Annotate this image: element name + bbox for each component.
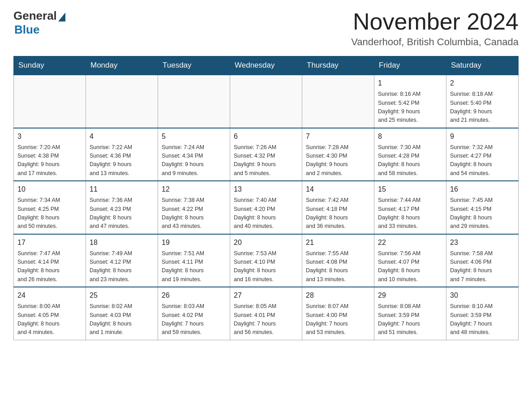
logo-arrow-icon <box>58 13 65 21</box>
day-number: 13 <box>234 184 298 195</box>
calendar-cell: 5Sunrise: 7:24 AMSunset: 4:34 PMDaylight… <box>158 128 230 181</box>
day-info: Sunrise: 8:03 AMSunset: 4:02 PMDaylight:… <box>162 302 226 337</box>
day-info: Sunrise: 7:51 AMSunset: 4:11 PMDaylight:… <box>162 249 226 284</box>
calendar-cell: 19Sunrise: 7:51 AMSunset: 4:11 PMDayligh… <box>158 234 230 287</box>
day-number: 22 <box>378 237 442 248</box>
calendar-cell: 7Sunrise: 7:28 AMSunset: 4:30 PMDaylight… <box>302 128 374 181</box>
calendar-week-3: 10Sunrise: 7:34 AMSunset: 4:25 PMDayligh… <box>14 181 519 234</box>
day-number: 15 <box>378 184 442 195</box>
weekday-header-row: SundayMondayTuesdayWednesdayThursdayFrid… <box>14 56 519 75</box>
weekday-header-thursday: Thursday <box>302 56 374 75</box>
calendar-cell: 13Sunrise: 7:40 AMSunset: 4:20 PMDayligh… <box>230 181 302 234</box>
day-number: 9 <box>450 131 515 142</box>
day-info: Sunrise: 7:56 AMSunset: 4:07 PMDaylight:… <box>378 249 442 284</box>
calendar-cell: 27Sunrise: 8:05 AMSunset: 4:01 PMDayligh… <box>230 287 302 340</box>
weekday-header-saturday: Saturday <box>446 56 519 75</box>
weekday-header-wednesday: Wednesday <box>230 56 302 75</box>
calendar-week-5: 24Sunrise: 8:00 AMSunset: 4:05 PMDayligh… <box>14 287 519 340</box>
day-number: 25 <box>90 290 154 301</box>
calendar-cell <box>230 75 302 128</box>
day-number: 2 <box>450 78 515 89</box>
day-info: Sunrise: 7:40 AMSunset: 4:20 PMDaylight:… <box>234 196 298 231</box>
day-info: Sunrise: 8:07 AMSunset: 4:00 PMDaylight:… <box>306 302 370 337</box>
calendar-cell: 26Sunrise: 8:03 AMSunset: 4:02 PMDayligh… <box>158 287 230 340</box>
calendar-cell <box>158 75 230 128</box>
day-number: 7 <box>306 131 370 142</box>
day-number: 26 <box>162 290 226 301</box>
day-info: Sunrise: 8:02 AMSunset: 4:03 PMDaylight:… <box>90 302 154 337</box>
day-info: Sunrise: 7:26 AMSunset: 4:32 PMDaylight:… <box>234 143 298 178</box>
calendar-cell: 1Sunrise: 8:16 AMSunset: 5:42 PMDaylight… <box>374 75 446 128</box>
page-title: November 2024 <box>351 9 519 34</box>
day-info: Sunrise: 7:32 AMSunset: 4:27 PMDaylight:… <box>450 143 515 178</box>
calendar-cell: 6Sunrise: 7:26 AMSunset: 4:32 PMDaylight… <box>230 128 302 181</box>
day-info: Sunrise: 7:36 AMSunset: 4:23 PMDaylight:… <box>90 196 154 231</box>
day-number: 10 <box>17 184 82 195</box>
calendar-cell: 15Sunrise: 7:44 AMSunset: 4:17 PMDayligh… <box>374 181 446 234</box>
day-info: Sunrise: 8:08 AMSunset: 3:59 PMDaylight:… <box>378 302 442 337</box>
day-info: Sunrise: 7:34 AMSunset: 4:25 PMDaylight:… <box>17 196 82 231</box>
day-info: Sunrise: 7:38 AMSunset: 4:22 PMDaylight:… <box>162 196 226 231</box>
page-header: General Blue November 2024 Vanderhoof, B… <box>13 9 519 48</box>
calendar-cell <box>86 75 158 128</box>
calendar-cell: 16Sunrise: 7:45 AMSunset: 4:15 PMDayligh… <box>446 181 519 234</box>
title-block: November 2024 Vanderhoof, British Columb… <box>351 9 519 48</box>
page-subtitle: Vanderhoof, British Columbia, Canada <box>351 36 519 48</box>
day-info: Sunrise: 7:22 AMSunset: 4:36 PMDaylight:… <box>90 143 154 178</box>
day-info: Sunrise: 7:28 AMSunset: 4:30 PMDaylight:… <box>306 143 370 178</box>
day-info: Sunrise: 8:10 AMSunset: 3:59 PMDaylight:… <box>450 302 515 337</box>
day-number: 1 <box>378 78 442 89</box>
weekday-header-tuesday: Tuesday <box>158 56 230 75</box>
day-number: 29 <box>378 290 442 301</box>
calendar-cell: 29Sunrise: 8:08 AMSunset: 3:59 PMDayligh… <box>374 287 446 340</box>
day-number: 27 <box>234 290 298 301</box>
calendar-cell: 4Sunrise: 7:22 AMSunset: 4:36 PMDaylight… <box>86 128 158 181</box>
day-number: 20 <box>234 237 298 248</box>
day-info: Sunrise: 7:58 AMSunset: 4:06 PMDaylight:… <box>450 249 515 284</box>
day-info: Sunrise: 8:05 AMSunset: 4:01 PMDaylight:… <box>234 302 298 337</box>
day-number: 14 <box>306 184 370 195</box>
day-number: 5 <box>162 131 226 142</box>
calendar-week-1: 1Sunrise: 8:16 AMSunset: 5:42 PMDaylight… <box>14 75 519 128</box>
day-number: 3 <box>17 131 82 142</box>
calendar-cell: 30Sunrise: 8:10 AMSunset: 3:59 PMDayligh… <box>446 287 519 340</box>
day-number: 6 <box>234 131 298 142</box>
calendar-week-4: 17Sunrise: 7:47 AMSunset: 4:14 PMDayligh… <box>14 234 519 287</box>
day-number: 30 <box>450 290 515 301</box>
day-info: Sunrise: 8:18 AMSunset: 5:40 PMDaylight:… <box>450 90 515 125</box>
day-number: 18 <box>90 237 154 248</box>
calendar-cell: 18Sunrise: 7:49 AMSunset: 4:12 PMDayligh… <box>86 234 158 287</box>
calendar-cell: 11Sunrise: 7:36 AMSunset: 4:23 PMDayligh… <box>86 181 158 234</box>
day-number: 19 <box>162 237 226 248</box>
day-number: 21 <box>306 237 370 248</box>
calendar-cell: 3Sunrise: 7:20 AMSunset: 4:38 PMDaylight… <box>14 128 86 181</box>
calendar-cell: 21Sunrise: 7:55 AMSunset: 4:08 PMDayligh… <box>302 234 374 287</box>
calendar-cell: 8Sunrise: 7:30 AMSunset: 4:28 PMDaylight… <box>374 128 446 181</box>
day-number: 8 <box>378 131 442 142</box>
day-info: Sunrise: 7:42 AMSunset: 4:18 PMDaylight:… <box>306 196 370 231</box>
calendar-week-2: 3Sunrise: 7:20 AMSunset: 4:38 PMDaylight… <box>14 128 519 181</box>
weekday-header-sunday: Sunday <box>14 56 86 75</box>
day-info: Sunrise: 7:45 AMSunset: 4:15 PMDaylight:… <box>450 196 515 231</box>
logo-general-text: General <box>13 9 57 23</box>
day-number: 24 <box>17 290 82 301</box>
day-info: Sunrise: 7:49 AMSunset: 4:12 PMDaylight:… <box>90 249 154 284</box>
calendar-cell: 20Sunrise: 7:53 AMSunset: 4:10 PMDayligh… <box>230 234 302 287</box>
day-info: Sunrise: 7:20 AMSunset: 4:38 PMDaylight:… <box>17 143 82 178</box>
logo-blue-text: Blue <box>14 23 39 37</box>
day-number: 4 <box>90 131 154 142</box>
day-number: 11 <box>90 184 154 195</box>
calendar-cell: 10Sunrise: 7:34 AMSunset: 4:25 PMDayligh… <box>14 181 86 234</box>
day-number: 28 <box>306 290 370 301</box>
calendar-cell: 2Sunrise: 8:18 AMSunset: 5:40 PMDaylight… <box>446 75 519 128</box>
day-info: Sunrise: 7:24 AMSunset: 4:34 PMDaylight:… <box>162 143 226 178</box>
calendar-cell <box>302 75 374 128</box>
calendar-body: 1Sunrise: 8:16 AMSunset: 5:42 PMDaylight… <box>14 75 519 340</box>
day-number: 23 <box>450 237 515 248</box>
day-info: Sunrise: 8:16 AMSunset: 5:42 PMDaylight:… <box>378 90 442 125</box>
calendar-cell: 12Sunrise: 7:38 AMSunset: 4:22 PMDayligh… <box>158 181 230 234</box>
calendar-cell: 22Sunrise: 7:56 AMSunset: 4:07 PMDayligh… <box>374 234 446 287</box>
day-number: 17 <box>17 237 82 248</box>
calendar-cell: 17Sunrise: 7:47 AMSunset: 4:14 PMDayligh… <box>14 234 86 287</box>
day-info: Sunrise: 7:55 AMSunset: 4:08 PMDaylight:… <box>306 249 370 284</box>
